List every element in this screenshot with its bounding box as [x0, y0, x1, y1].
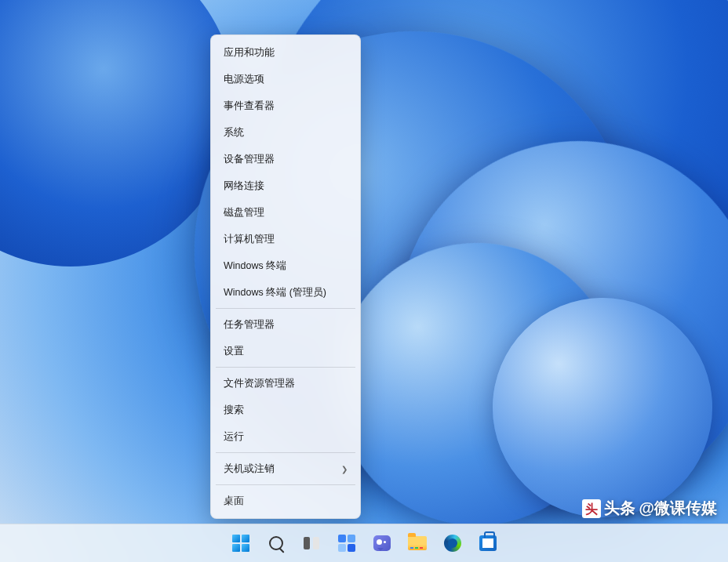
menu-item-device-manager[interactable]: 设备管理器: [215, 146, 356, 172]
menu-item-computer-management[interactable]: 计算机管理: [215, 226, 356, 252]
store-icon: [479, 535, 497, 551]
widgets-button[interactable]: [331, 528, 362, 559]
winx-context-menu: 应用和功能 电源选项 事件查看器 系统 设备管理器 网络连接 磁盘管理 计算机管…: [210, 34, 361, 519]
menu-item-system[interactable]: 系统: [215, 119, 356, 146]
watermark-text: 头 头条 @微课传媒: [582, 498, 717, 519]
menu-item-desktop[interactable]: 桌面: [215, 488, 356, 514]
menu-item-search[interactable]: 搜索: [215, 397, 356, 423]
explorer-button[interactable]: [402, 528, 433, 559]
menu-item-network-connections[interactable]: 网络连接: [215, 172, 356, 199]
widgets-icon: [338, 535, 355, 552]
menu-item-run[interactable]: 运行: [215, 423, 356, 450]
menu-item-windows-terminal[interactable]: Windows 终端: [215, 252, 356, 279]
chevron-right-icon: ❯: [341, 465, 348, 473]
menu-item-shutdown-signout[interactable]: 关机或注销 ❯: [215, 455, 356, 482]
taskview-button[interactable]: [296, 528, 327, 559]
menu-item-event-viewer[interactable]: 事件查看器: [215, 92, 356, 119]
explorer-icon: [408, 536, 427, 550]
store-button[interactable]: [472, 528, 504, 559]
menu-separator: [216, 484, 355, 485]
chat-icon: [373, 535, 391, 551]
search-icon: [269, 536, 283, 550]
edge-icon: [444, 535, 461, 552]
menu-separator: [216, 308, 355, 309]
menu-item-windows-terminal-admin[interactable]: Windows 终端 (管理员): [215, 279, 356, 306]
desktop-wallpaper[interactable]: [0, 0, 728, 562]
menu-separator: [216, 367, 355, 368]
taskview-icon: [304, 537, 319, 549]
taskbar: [0, 524, 728, 562]
menu-item-settings[interactable]: 设置: [215, 338, 356, 364]
menu-item-power-options[interactable]: 电源选项: [215, 66, 356, 92]
start-button[interactable]: [225, 528, 257, 559]
menu-item-file-explorer[interactable]: 文件资源管理器: [215, 370, 356, 397]
search-button[interactable]: [260, 528, 292, 559]
menu-item-task-manager[interactable]: 任务管理器: [215, 311, 356, 338]
chat-button[interactable]: [366, 528, 398, 559]
menu-item-disk-management[interactable]: 磁盘管理: [215, 199, 356, 226]
windows-icon: [232, 535, 249, 552]
toutiao-icon: 头: [582, 499, 601, 518]
menu-separator: [216, 452, 355, 453]
menu-item-apps-features[interactable]: 应用和功能: [215, 39, 356, 66]
edge-button[interactable]: [437, 528, 468, 559]
